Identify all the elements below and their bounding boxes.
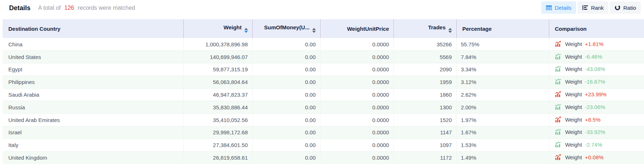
- comparison-value: +8.5%: [585, 117, 600, 123]
- comparison-cell: Weight -43.08%: [549, 63, 644, 76]
- sum-of-money-cell: 0.00: [252, 63, 320, 76]
- toolbar: Details A total of126records were matche…: [0, 0, 644, 19]
- sum-of-money-sort-control[interactable]: [312, 28, 316, 33]
- column-header-weight-unit-price: WeightUnitPrice: [320, 19, 394, 38]
- trend-up-red-icon: [555, 91, 561, 97]
- comparison-cell: Weight -2.74%: [549, 139, 644, 151]
- percentage-cell: 1.53%: [456, 139, 549, 151]
- percentage-cell: 55.75%: [456, 38, 549, 51]
- ratio-icon: [615, 5, 620, 10]
- sum-of-money-cell: 0.00: [252, 76, 320, 88]
- destination-country-cell: United States: [3, 51, 183, 63]
- destination-country-cell: Italy: [3, 139, 183, 151]
- comparison-cell: Weight +8.5%: [549, 114, 644, 126]
- comparison-label: Weight: [565, 117, 582, 123]
- column-header-weight: Weight: [183, 19, 252, 38]
- table-row: China 1,000,378,896.98 0.00 0.0000 35266…: [3, 38, 644, 51]
- trend-down-green-icon: [555, 66, 561, 72]
- comparison-value: -16.67%: [585, 79, 605, 85]
- table-row: Russia 35,830,886.44 0.00 0.0000 1300 2.…: [3, 101, 644, 114]
- trades-sort-control[interactable]: [448, 28, 452, 33]
- ratio-view-label: Ratio: [623, 5, 636, 11]
- comparison-cell: Weight -6.46%: [549, 51, 644, 63]
- percentage-cell: 2.00%: [456, 101, 549, 114]
- comparison-value: -43.08%: [585, 66, 605, 72]
- trades-cell: 1172: [394, 151, 456, 164]
- table-row: Italy 27,384,601.50 0.00 0.0000 1097 1.5…: [3, 139, 644, 151]
- weight-unit-price-cell: 0.0000: [320, 114, 394, 126]
- trend-down-icon: [555, 66, 561, 73]
- weight-cell: 35,830,886.44: [183, 101, 252, 114]
- table-row: United States 140,699,946.07 0.00 0.0000…: [3, 51, 644, 63]
- table-row: Philippines 56,063,804.64 0.00 0.0000 19…: [3, 76, 644, 88]
- trades-cell: 35266: [394, 38, 456, 51]
- trend-up-icon: [555, 117, 561, 123]
- trades-cell: 1300: [394, 101, 456, 114]
- weight-unit-price-cell: 0.0000: [320, 38, 394, 51]
- trend-up-icon: [555, 154, 561, 161]
- comparison-label: Weight: [565, 142, 582, 148]
- percentage-cell: 3.12%: [456, 76, 549, 88]
- column-header-comparison: Comparison: [549, 19, 644, 38]
- comparison-value: -23.06%: [585, 104, 605, 110]
- weight-unit-price-cell: 0.0000: [320, 101, 394, 114]
- sum-of-money-cell: 0.00: [252, 151, 320, 164]
- weight-cell: 29,998,172.68: [183, 126, 252, 139]
- comparison-cell: Weight -16.67%: [549, 76, 644, 88]
- weight-unit-price-cell: 0.0000: [320, 88, 394, 101]
- sum-of-money-cell: 0.00: [252, 51, 320, 63]
- comparison-label: Weight: [565, 154, 582, 160]
- comparison-value: -33.92%: [585, 129, 605, 135]
- trend-down-green-icon: [555, 54, 561, 59]
- comparison-cell: Weight -33.92%: [549, 126, 644, 139]
- trades-cell: 2090: [394, 63, 456, 76]
- ratio-view-button[interactable]: Ratio: [610, 1, 641, 14]
- trades-cell: 1520: [394, 114, 456, 126]
- trades-cell: 1097: [394, 139, 456, 151]
- table-row: Egypt 59,877,315.19 0.00 0.0000 2090 3.3…: [3, 63, 644, 76]
- weight-unit-price-cell: 0.0000: [320, 63, 394, 76]
- percentage-cell: 3.34%: [456, 63, 549, 76]
- destination-country-cell: Saudi Arabia: [3, 88, 183, 101]
- summary-prefix: A total of: [38, 5, 61, 11]
- sum-of-money-cell: 0.00: [252, 126, 320, 139]
- comparison-label: Weight: [565, 54, 582, 60]
- trend-down-green-icon: [555, 142, 561, 147]
- weight-cell: 140,699,946.07: [183, 51, 252, 63]
- comparison-label: Weight: [565, 79, 582, 85]
- column-header-trades: Trades: [394, 19, 456, 38]
- weight-unit-price-cell: 0.0000: [320, 76, 394, 88]
- details-view-button[interactable]: Details: [541, 1, 576, 14]
- comparison-value: -2.74%: [585, 142, 602, 148]
- column-header-sum-of-money: SumOfMoney(U...: [252, 19, 320, 38]
- details-view-label: Details: [555, 5, 571, 11]
- weight-cell: 35,410,052.56: [183, 114, 252, 126]
- sum-of-money-cell: 0.00: [252, 114, 320, 126]
- trend-down-green-icon: [555, 129, 561, 135]
- comparison-label: Weight: [565, 66, 582, 72]
- trades-cell: 1860: [394, 88, 456, 101]
- percentage-cell: 2.62%: [456, 88, 549, 101]
- destination-country-cell: Philippines: [3, 76, 183, 88]
- weight-sort-control[interactable]: [244, 28, 248, 33]
- comparison-cell: Weight +0.08%: [549, 151, 644, 164]
- trend-down-icon: [555, 142, 561, 148]
- destination-country-cell: Russia: [3, 101, 183, 114]
- column-header-percentage: Percentage: [456, 19, 549, 38]
- destination-country-cell: China: [3, 38, 183, 51]
- weight-cell: 46,947,823.37: [183, 88, 252, 101]
- weight-cell: 56,063,804.64: [183, 76, 252, 88]
- weight-unit-price-cell: 0.0000: [320, 126, 394, 139]
- comparison-label: Weight: [565, 129, 582, 135]
- comparison-label: Weight: [565, 91, 582, 97]
- rank-view-button[interactable]: Rank: [578, 1, 608, 14]
- rank-icon: [582, 5, 588, 10]
- sum-of-money-cell: 0.00: [252, 139, 320, 151]
- view-switch: Details Rank Ratio: [541, 1, 641, 14]
- comparison-cell: Weight +1.81%: [549, 38, 644, 51]
- comparison-value: +23.99%: [585, 91, 607, 97]
- destination-country-cell: United Arab Emirates: [3, 114, 183, 126]
- trend-down-icon: [555, 79, 561, 85]
- weight-cell: 59,877,315.19: [183, 63, 252, 76]
- column-header-destination-country: Destination Country: [3, 19, 183, 38]
